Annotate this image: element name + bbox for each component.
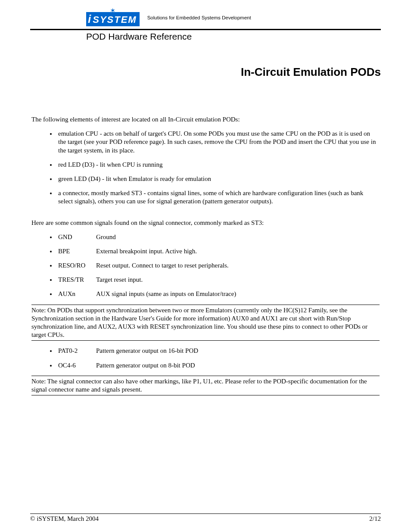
signal-desc: Reset output. Connect to target to reset… [96,261,229,270]
logo-box: i SYSTEM [86,12,140,26]
list-item: RESO/ROReset output. Connect to target t… [56,261,380,270]
list-item: BPEExternal breakpoint input. Active hig… [56,247,380,255]
signal-desc: External breakpoint input. Active high. [96,247,197,255]
document-page: ✶ i SYSTEM Solutions for Embedded System… [0,0,411,532]
tagline: Solutions for Embedded Systems Developme… [147,15,251,20]
list-item: TRES/TRTarget reset input. [56,276,380,284]
note-box-1: Note: On PODs that support synchronizati… [31,305,380,341]
content: The following elements of interest are l… [30,115,381,395]
footer-page-number: 2/12 [369,515,381,523]
list-item: a connector, mostly marked ST3 - contain… [56,189,380,205]
signal-name: BPE [58,247,96,255]
elements-list: emulation CPU - acts on behalf of target… [31,130,380,205]
signal-name: OC4-6 [58,361,96,370]
signal-desc: Ground [96,233,116,241]
list-item: AUXnAUX signal inputs (same as inputs on… [56,290,380,298]
signal-name: PAT0-2 [58,347,96,355]
signal-desc: Target reset input. [96,276,143,284]
list-item: green LED (D4) - lit when Emulator is re… [56,175,380,183]
signal-desc: Pattern generator output on 16-bit POD [96,347,198,355]
signal-name: RESO/RO [58,261,96,270]
signal-desc: Pattern generator output on 8-bit POD [96,361,195,370]
footer-copyright: © iSYSTEM, March 2004 [30,515,99,523]
list-item: red LED (D3) - lit when CPU is running [56,161,380,169]
logo-text: SYSTEM [93,14,137,25]
intro-paragraph: The following elements of interest are l… [31,115,380,124]
list-item: GNDGround [56,233,380,241]
list-item: PAT0-2Pattern generator output on 16-bit… [56,347,380,355]
header: ✶ i SYSTEM Solutions for Embedded System… [30,9,381,26]
list-item: emulation CPU - acts on behalf of target… [56,130,380,155]
signal-name: AUXn [58,290,96,298]
logo: ✶ i SYSTEM [86,9,140,26]
signals-list-1: GNDGround BPEExternal breakpoint input. … [31,233,380,299]
footer: © iSYSTEM, March 2004 2/12 [30,513,381,523]
note-box-2: Note: The signal connector can also have… [31,376,380,395]
page-subtitle: POD Hardware Reference [86,31,381,42]
logo-i: i [88,12,92,26]
header-rule [30,29,381,30]
signals-intro: Here are some common signals found on th… [31,219,380,227]
signal-name: GND [58,233,96,241]
signal-name: TRES/TR [58,276,96,284]
signal-desc: AUX signal inputs (same as inputs on Emu… [96,290,236,298]
list-item: OC4-6Pattern generator output on 8-bit P… [56,361,380,370]
footer-rule [30,513,381,514]
signals-list-2: PAT0-2Pattern generator output on 16-bit… [31,347,380,369]
main-title: In-Circuit Emulation PODs [30,65,381,79]
